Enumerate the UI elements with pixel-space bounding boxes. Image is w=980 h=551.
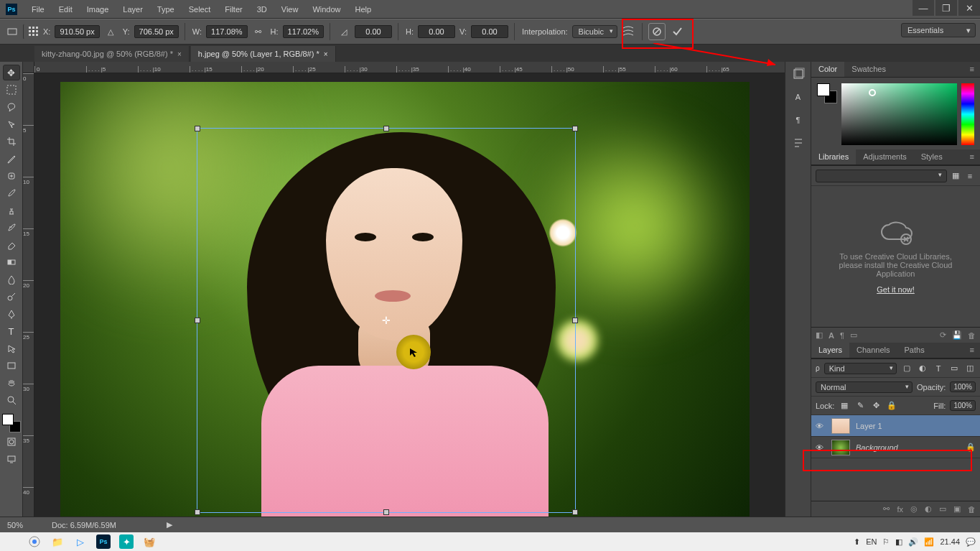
commit-transform-button[interactable] [668,23,686,40]
paragraph-filter-icon[interactable]: ¶ [840,331,844,340]
taskbar-app-icon[interactable]: 🧺 [142,534,157,549]
w-value[interactable]: 117.08% [206,25,247,38]
path-select-tool[interactable] [3,341,20,356]
zoom-tool[interactable] [3,392,20,408]
type-tool[interactable]: T [3,323,20,339]
taskbar-screenrec-icon[interactable]: ▷ [73,534,88,549]
lasso-tool[interactable] [3,99,20,115]
taskbar-chrome-icon[interactable] [27,534,42,549]
doc-size[interactable]: Doc: 6.59M/6.59M [52,521,116,529]
healing-brush-tool[interactable] [3,168,20,184]
maximize-button[interactable]: ❐ [935,0,957,16]
history-panel-icon[interactable] [790,66,806,82]
marquee-tool[interactable] [3,82,20,98]
fill-value[interactable]: 100% [950,400,976,411]
tab-layers[interactable]: Layers [811,343,849,358]
layer-name[interactable]: Background [856,443,960,452]
panel-menu-icon[interactable]: ≡ [964,149,980,165]
character-panel-icon[interactable]: A [790,89,806,105]
type-filter-icon[interactable]: A [829,331,834,340]
group-icon[interactable]: ▭ [939,504,946,514]
tray-flag-icon[interactable]: ⚐ [882,537,890,547]
menu-select[interactable]: Select [182,2,218,17]
list-view-icon[interactable]: ≡ [964,170,976,182]
menu-filter[interactable]: Filter [218,2,249,17]
new-layer-icon[interactable]: ▣ [953,504,961,514]
color-swatches[interactable] [2,414,21,432]
language-indicator[interactable]: EN [866,537,877,546]
paragraph-panel-icon[interactable]: ¶ [790,112,806,128]
lock-paint-icon[interactable]: ✎ [854,401,866,410]
hand-tool[interactable] [3,375,20,391]
close-icon[interactable]: × [177,50,182,58]
tab-color[interactable]: Color [811,62,844,77]
menu-type[interactable]: Type [150,2,182,17]
close-icon[interactable]: × [324,50,328,58]
clone-stamp-tool[interactable] [3,203,20,218]
taskbar-folder-icon[interactable]: 📁 [50,534,65,549]
filter-type-icon[interactable]: T [933,364,944,373]
transform-pivot[interactable]: ✛ [382,316,391,325]
opacity-value[interactable]: 100% [950,381,976,392]
filter-pixel-icon[interactable]: ▢ [901,364,913,373]
status-menu-icon[interactable]: ▶ [167,520,172,529]
menu-help[interactable]: Help [348,2,379,17]
library-dropdown[interactable] [816,170,947,182]
doc-tab-2[interactable]: h.jpeg @ 50% (Layer 1, RGB/8#) *× [191,46,336,62]
workspace-dropdown[interactable]: Essentials [901,23,976,37]
pen-tool[interactable] [3,306,20,322]
transform-handle[interactable] [383,126,389,131]
menu-layer[interactable]: Layer [116,2,150,17]
layer-name[interactable]: Layer 1 [856,422,976,430]
transform-handle[interactable] [383,509,389,515]
layer-style-icon[interactable]: fx [897,505,903,514]
h-value[interactable]: 117.02% [283,25,324,38]
layer-row[interactable]: 👁 Layer 1 [811,415,980,437]
quick-mask-toggle[interactable] [3,434,20,450]
taskbar-photoshop-icon[interactable]: Ps [96,534,111,549]
reference-point-icon[interactable] [23,24,39,40]
delta-icon[interactable]: △ [103,24,118,40]
hue-slider[interactable] [961,83,974,145]
hskew-value[interactable]: 0.00 [418,25,455,38]
link-layers-icon[interactable]: ⚯ [883,504,890,514]
color-field[interactable] [841,83,957,145]
tab-swatches[interactable]: Swatches [844,62,893,77]
kind-filter[interactable]: Kind [824,363,897,374]
y-value[interactable]: 706.50 px [134,25,179,38]
taskbar-apple-icon[interactable] [4,534,19,549]
get-it-now-link[interactable]: Get it now! [877,285,915,294]
filter-icon[interactable]: ◧ [816,330,823,340]
link-wh-icon[interactable]: ⚯ [251,24,266,40]
tab-adjustments[interactable]: Adjustments [856,149,914,165]
transform-handle[interactable] [572,509,578,515]
refresh-icon[interactable]: ⟳ [940,330,946,340]
history-brush-tool[interactable] [3,220,20,236]
menu-3d[interactable]: 3D [250,2,274,17]
transform-tool-icon[interactable] [4,24,20,40]
menu-image[interactable]: Image [80,2,116,17]
eyedropper-tool[interactable] [3,151,20,167]
minimize-button[interactable]: — [913,0,934,16]
tab-libraries[interactable]: Libraries [811,149,856,165]
tray-volume-icon[interactable]: 🔊 [908,537,918,547]
zoom-level[interactable]: 50% [7,521,23,529]
properties-panel-icon[interactable] [790,135,806,151]
vskew-value[interactable]: 0.00 [471,25,508,38]
panel-menu-icon[interactable]: ≡ [964,62,980,77]
layer-thumbnail[interactable] [831,418,850,434]
layer-mask-icon[interactable]: ◎ [910,504,918,514]
layer-thumbnail[interactable] [831,440,850,455]
tab-channels[interactable]: Channels [849,343,897,358]
tray-network-icon[interactable]: 📶 [924,537,934,547]
visibility-toggle[interactable]: 👁 [816,422,826,430]
layer-comp-icon[interactable]: ▭ [850,330,857,340]
tray-time[interactable]: 21.44 [940,537,960,546]
transform-handle[interactable] [572,126,578,131]
dodge-tool[interactable] [3,289,20,305]
close-button[interactable]: ✕ [958,0,980,16]
delete-layer-icon[interactable]: 🗑 [968,505,976,514]
warp-icon[interactable] [620,24,636,40]
transform-handle[interactable] [195,126,200,131]
free-transform-box[interactable]: ✛ [197,128,576,513]
